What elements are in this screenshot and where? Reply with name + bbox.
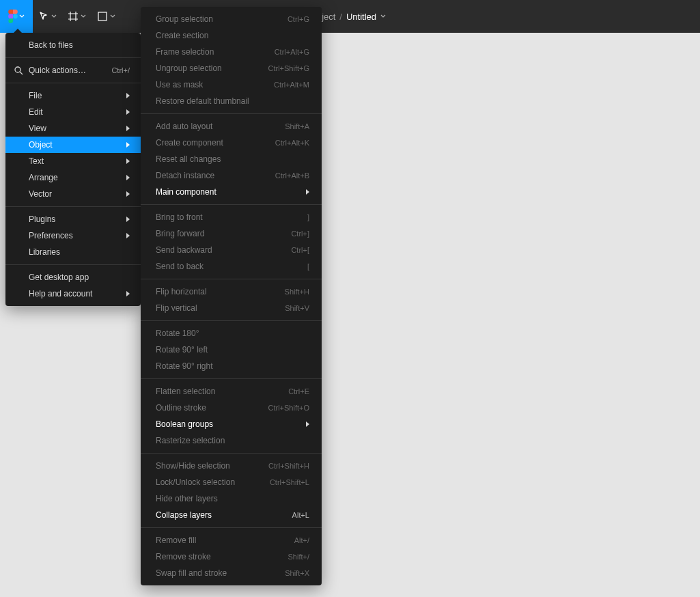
menu-vector[interactable]: Vector bbox=[5, 186, 141, 202]
sub-shortcut: Ctrl+Shift+G bbox=[268, 65, 309, 72]
sub-rotate-90-left[interactable]: Rotate 90° left bbox=[141, 342, 322, 358]
sub-shortcut: Shift+/ bbox=[288, 553, 310, 561]
sub-label: Use as mask bbox=[156, 81, 203, 89]
menu-edit[interactable]: Edit bbox=[5, 104, 141, 120]
sub-shortcut: Ctrl+E bbox=[288, 388, 309, 395]
submenu-arrow-icon bbox=[126, 126, 130, 131]
sub-boolean-groups[interactable]: Boolean groups bbox=[141, 416, 322, 432]
sub-shortcut: Alt+L bbox=[292, 512, 309, 519]
sub-remove-stroke[interactable]: Remove strokeShift+/ bbox=[141, 549, 322, 565]
sub-flatten[interactable]: Flatten selectionCtrl+E bbox=[141, 383, 322, 400]
sub-label: Send to back bbox=[156, 262, 204, 270]
sub-label: Detach instance bbox=[156, 171, 214, 180]
sub-label: Flip vertical bbox=[156, 304, 197, 312]
sub-label: Boolean groups bbox=[156, 420, 213, 428]
frame-tool-button[interactable] bbox=[62, 0, 92, 33]
sub-rotate-180[interactable]: Rotate 180° bbox=[141, 325, 322, 342]
top-toolbar: Team project / Untitled bbox=[0, 0, 700, 33]
menu-desktop-app[interactable]: Get desktop app bbox=[5, 269, 141, 286]
sub-label: Swap fill and stroke bbox=[156, 569, 227, 577]
menu-label: Back to files bbox=[29, 41, 73, 49]
move-tool-button[interactable] bbox=[33, 0, 62, 33]
sub-label: Reset all changes bbox=[156, 155, 221, 163]
menu-separator bbox=[5, 83, 141, 83]
chevron-down-icon bbox=[51, 14, 57, 19]
sub-separator bbox=[141, 113, 322, 114]
sub-remove-fill[interactable]: Remove fillAlt+/ bbox=[141, 532, 322, 549]
menu-quick-actions[interactable]: Quick actions… Ctrl+/ bbox=[5, 62, 141, 79]
sub-group-selection[interactable]: Group selectionCtrl+G bbox=[141, 11, 322, 27]
menu-text[interactable]: Text bbox=[5, 153, 141, 169]
submenu-arrow-icon bbox=[306, 189, 309, 195]
submenu-arrow-icon bbox=[126, 191, 130, 197]
sub-shortcut: Ctrl+Alt+G bbox=[275, 48, 309, 56]
sub-reset-changes[interactable]: Reset all changes bbox=[141, 151, 322, 167]
sub-rasterize[interactable]: Rasterize selection bbox=[141, 432, 322, 449]
menu-label: File bbox=[29, 92, 42, 100]
svg-rect-1 bbox=[98, 12, 107, 20]
sub-collapse-layers[interactable]: Collapse layersAlt+L bbox=[141, 507, 322, 523]
menu-preferences[interactable]: Preferences bbox=[5, 227, 141, 244]
menu-arrange[interactable]: Arrange bbox=[5, 169, 141, 186]
sub-flip-h[interactable]: Flip horizontalShift+H bbox=[141, 283, 322, 300]
menu-view[interactable]: View bbox=[5, 120, 141, 137]
sub-label: Outline stroke bbox=[156, 404, 206, 412]
breadcrumb-file[interactable]: Untitled bbox=[346, 12, 376, 22]
sub-label: Hide other layers bbox=[156, 495, 218, 503]
sub-bring-forward[interactable]: Bring forwardCtrl+] bbox=[141, 225, 322, 242]
sub-lock-unlock[interactable]: Lock/Unlock selectionCtrl+Shift+L bbox=[141, 474, 322, 490]
menu-file[interactable]: File bbox=[5, 87, 141, 104]
sub-bring-front[interactable]: Bring to front] bbox=[141, 209, 322, 225]
menu-label: Vector bbox=[29, 190, 52, 198]
chevron-down-icon bbox=[19, 14, 25, 19]
sub-use-as-mask[interactable]: Use as maskCtrl+Alt+M bbox=[141, 77, 322, 93]
sub-ungroup[interactable]: Ungroup selectionCtrl+Shift+G bbox=[141, 60, 322, 77]
sub-frame-selection[interactable]: Frame selectionCtrl+Alt+G bbox=[141, 44, 322, 60]
sub-label: Collapse layers bbox=[156, 511, 212, 519]
menu-help[interactable]: Help and account bbox=[5, 286, 141, 302]
sub-outline-stroke[interactable]: Outline strokeCtrl+Shift+O bbox=[141, 400, 322, 416]
sub-separator bbox=[141, 320, 322, 321]
sub-restore-thumbnail[interactable]: Restore default thumbnail bbox=[141, 93, 322, 109]
submenu-arrow-icon bbox=[126, 142, 130, 148]
chevron-down-icon[interactable] bbox=[380, 14, 386, 19]
sub-shortcut: Ctrl+Alt+K bbox=[275, 139, 309, 147]
menu-label: Libraries bbox=[29, 248, 60, 256]
sub-label: Ungroup selection bbox=[156, 64, 222, 72]
sub-create-component[interactable]: Create componentCtrl+Alt+K bbox=[141, 135, 322, 151]
menu-plugins[interactable]: Plugins bbox=[5, 211, 141, 227]
breadcrumb-sep: / bbox=[339, 12, 342, 22]
sub-label: Rotate 180° bbox=[156, 329, 199, 337]
rectangle-icon bbox=[97, 11, 108, 22]
sub-send-back[interactable]: Send to back[ bbox=[141, 258, 322, 275]
toolbar-left-group bbox=[0, 0, 121, 33]
submenu-arrow-icon bbox=[126, 158, 130, 164]
sub-hide-others[interactable]: Hide other layers bbox=[141, 490, 322, 507]
menu-separator bbox=[5, 206, 141, 207]
sub-swap-fill-stroke[interactable]: Swap fill and strokeShift+X bbox=[141, 565, 322, 581]
frame-icon bbox=[68, 11, 79, 22]
menu-object[interactable]: Object bbox=[5, 137, 141, 153]
figma-logo-icon bbox=[8, 10, 18, 23]
sub-auto-layout[interactable]: Add auto layoutShift+A bbox=[141, 118, 322, 135]
chevron-down-icon bbox=[110, 14, 115, 19]
menu-label: Quick actions… bbox=[29, 66, 86, 74]
sub-send-backward[interactable]: Send backwardCtrl+[ bbox=[141, 242, 322, 258]
figma-menu-button[interactable] bbox=[0, 0, 33, 33]
shape-tool-button[interactable] bbox=[92, 0, 121, 33]
menu-shortcut: Ctrl+/ bbox=[111, 67, 130, 74]
sub-separator bbox=[141, 453, 322, 454]
submenu-arrow-icon bbox=[126, 291, 130, 296]
sub-label: Main component bbox=[156, 188, 216, 196]
sub-shortcut: Shift+A bbox=[285, 123, 309, 130]
sub-rotate-90-right[interactable]: Rotate 90° right bbox=[141, 358, 322, 374]
sub-create-section[interactable]: Create section bbox=[141, 27, 322, 44]
sub-show-hide[interactable]: Show/Hide selectionCtrl+Shift+H bbox=[141, 458, 322, 474]
sub-detach-instance[interactable]: Detach instanceCtrl+Alt+B bbox=[141, 167, 322, 184]
menu-back-to-files[interactable]: Back to files bbox=[5, 37, 141, 53]
menu-libraries[interactable]: Libraries bbox=[5, 244, 141, 260]
sub-shortcut: Shift+V bbox=[285, 305, 309, 312]
sub-main-component[interactable]: Main component bbox=[141, 184, 322, 200]
sub-flip-v[interactable]: Flip verticalShift+V bbox=[141, 300, 322, 316]
submenu-arrow-icon bbox=[126, 175, 130, 180]
